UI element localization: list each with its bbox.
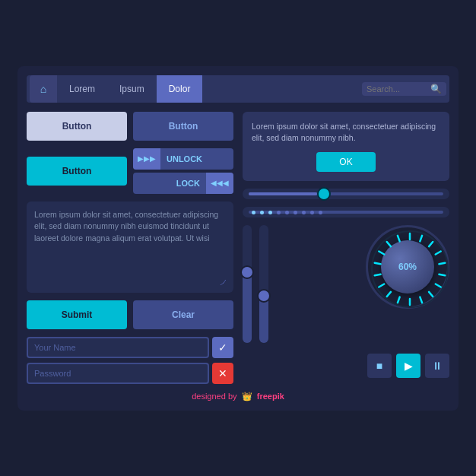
- password-clear-button[interactable]: ✕: [212, 363, 233, 384]
- submit-clear-row: Submit Clear: [27, 300, 233, 329]
- textarea-content: Lorem ipsum dolor sit amet, consectetuer…: [34, 209, 226, 245]
- svg-line-18: [398, 236, 400, 242]
- nav-home-button[interactable]: ⌂: [30, 75, 57, 103]
- dialog-text: Lorem ipsum dolor sit amet, consectetuer…: [252, 121, 440, 145]
- name-input-row: ✓: [27, 337, 233, 358]
- svg-line-11: [398, 297, 400, 303]
- nav-item-dolor[interactable]: Dolor: [157, 75, 203, 103]
- pause-icon: ⏸: [432, 360, 443, 372]
- button-2[interactable]: Button: [133, 112, 233, 141]
- stop-button[interactable]: ■: [367, 354, 392, 378]
- svg-line-15: [375, 263, 381, 264]
- svg-line-16: [379, 252, 384, 255]
- left-column: Button Button Button ▶▶▶ UNLOCK: [27, 112, 233, 384]
- media-controls: ■ ▶ ⏸: [243, 354, 449, 378]
- name-check-button[interactable]: ✓: [212, 337, 233, 358]
- footer: designed by 👑 freepik: [27, 392, 449, 401]
- password-input[interactable]: [27, 363, 209, 384]
- search-input[interactable]: [367, 84, 427, 94]
- svg-line-8: [429, 292, 433, 297]
- dot-4: [277, 211, 281, 214]
- password-input-row: ✕: [27, 363, 233, 384]
- svg-line-13: [379, 284, 384, 287]
- main-grid: Button Button Button ▶▶▶ UNLOCK: [27, 112, 449, 384]
- button-3[interactable]: Button: [27, 157, 127, 186]
- footer-text: designed by: [192, 392, 236, 401]
- footer-brand: freepik: [257, 392, 284, 401]
- svg-line-5: [439, 263, 445, 264]
- ok-button[interactable]: OK: [316, 152, 375, 172]
- lock-row[interactable]: ◀◀◀ LOCK: [133, 173, 233, 194]
- unlock-row[interactable]: ▶▶▶ UNLOCK: [133, 148, 233, 170]
- svg-line-9: [420, 297, 422, 303]
- nav-label-lorem: Lorem: [69, 84, 95, 94]
- lock-label: LOCK: [170, 179, 206, 188]
- vert-track-2: [259, 225, 268, 343]
- svg-line-3: [429, 242, 433, 246]
- submit-button[interactable]: Submit: [27, 300, 127, 329]
- svg-line-2: [420, 236, 422, 242]
- search-box: 🔍: [362, 82, 446, 96]
- dot-1: [252, 211, 255, 214]
- unlock-lock-group: ▶▶▶ UNLOCK ◀◀◀ LOCK: [133, 148, 233, 194]
- knob-ticks-svg: [368, 227, 452, 311]
- dot-3: [268, 211, 272, 214]
- vert-slider-1[interactable]: [243, 225, 252, 343]
- dot-track: [249, 211, 443, 214]
- clear-button[interactable]: Clear: [133, 300, 233, 329]
- sliders-knob-area: 60%: [243, 225, 449, 343]
- buttons-row-1: Button Button: [27, 112, 233, 141]
- dialog-box: Lorem ipsum dolor sit amet, consectetuer…: [243, 112, 449, 182]
- dot-9: [319, 211, 322, 214]
- svg-point-0: [372, 231, 448, 307]
- vert-thumb-1[interactable]: [240, 265, 254, 279]
- dot-6: [294, 211, 297, 214]
- input-fields: ✓ ✕: [27, 337, 233, 384]
- unlock-label: UNLOCK: [160, 154, 208, 163]
- navbar: ⌂ Lorem Ipsum Dolor 🔍: [27, 75, 449, 103]
- main-container: ⌂ Lorem Ipsum Dolor 🔍 Button Button: [17, 66, 459, 411]
- pause-button[interactable]: ⏸: [425, 354, 449, 378]
- vert-track-1: [243, 225, 252, 343]
- home-icon: ⌂: [40, 83, 46, 95]
- resize-icon: ⟋: [218, 276, 229, 288]
- vert-thumb-2[interactable]: [257, 289, 271, 303]
- button-1[interactable]: Button: [27, 112, 127, 141]
- dot-5: [285, 211, 289, 214]
- knob-outer: 60%: [366, 225, 449, 309]
- play-icon: ▶: [405, 360, 413, 372]
- right-column: Lorem ipsum dolor sit amet, consectetuer…: [243, 112, 449, 384]
- nav-item-lorem[interactable]: Lorem: [57, 75, 107, 103]
- text-area: Lorem ipsum dolor sit amet, consectetuer…: [27, 202, 233, 293]
- svg-line-17: [387, 242, 391, 246]
- buttons-row-2: Button ▶▶▶ UNLOCK ◀◀◀ LOCK: [27, 148, 233, 194]
- dot-7: [302, 211, 306, 214]
- vert-slider-2[interactable]: [259, 225, 268, 343]
- search-icon: 🔍: [430, 84, 442, 94]
- svg-line-12: [387, 292, 391, 297]
- stop-icon: ■: [376, 360, 382, 372]
- nav-item-ipsum[interactable]: Ipsum: [107, 75, 157, 103]
- unlock-arrows: ▶▶▶: [133, 148, 160, 170]
- play-button[interactable]: ▶: [396, 354, 420, 378]
- dot-slider[interactable]: [243, 207, 449, 217]
- nav-label-ipsum: Ipsum: [119, 84, 144, 94]
- name-input[interactable]: [27, 337, 209, 358]
- knob[interactable]: 60%: [366, 225, 449, 309]
- svg-line-7: [436, 284, 441, 287]
- svg-line-4: [436, 252, 441, 255]
- svg-line-14: [375, 274, 381, 275]
- svg-line-6: [439, 274, 445, 275]
- lock-arrows: ◀◀◀: [206, 173, 233, 194]
- dot-8: [310, 211, 314, 214]
- slider-1[interactable]: [243, 189, 449, 199]
- dot-2: [260, 211, 264, 214]
- nav-label-dolor: Dolor: [169, 84, 191, 94]
